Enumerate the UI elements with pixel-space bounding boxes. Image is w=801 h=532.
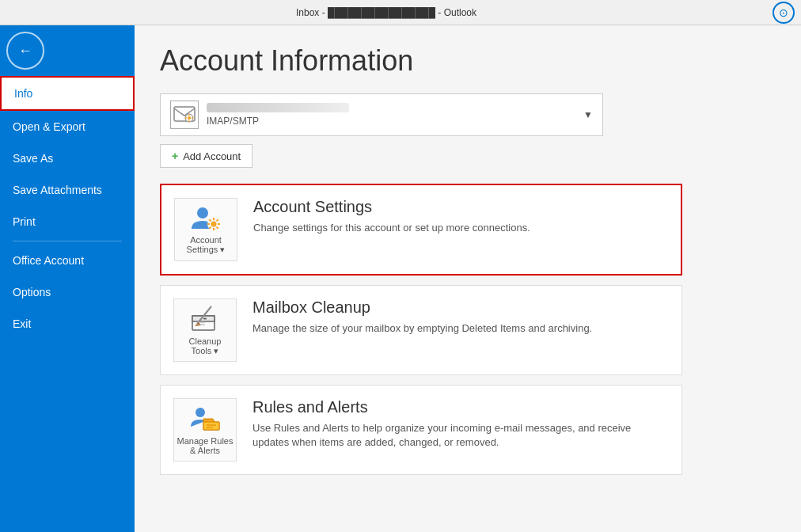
account-icon (170, 101, 199, 129)
app-body: ← Info Open & Export Save As Save Attach… (0, 25, 801, 532)
mailbox-cleanup-desc: Manage the size of your mailbox by empty… (252, 321, 669, 336)
sidebar-item-office-account[interactable]: Office Account (0, 245, 135, 276)
account-email-redacted (207, 103, 349, 112)
sidebar-item-options[interactable]: Options (0, 276, 135, 308)
cleanup-tools-icon (189, 305, 221, 333)
svg-point-25 (196, 408, 205, 417)
account-settings-text: Account Settings Change settings for thi… (253, 198, 668, 235)
sidebar-item-info[interactable]: Info (0, 76, 135, 111)
svg-point-9 (211, 221, 217, 226)
add-account-label: Add Account (183, 150, 241, 162)
account-info: IMAP/SMTP (207, 103, 583, 127)
rules-alerts-icon (189, 405, 221, 433)
title-bar: Inbox - ████████████████ - Outlook ⊙ (0, 0, 801, 25)
svg-rect-26 (203, 422, 219, 430)
cleanup-tools-button[interactable]: CleanupTools ▾ (173, 298, 237, 362)
sidebar: ← Info Open & Export Save As Save Attach… (0, 25, 135, 532)
cleanup-tools-icon-label: CleanupTools ▾ (189, 336, 222, 356)
sidebar-item-save-as[interactable]: Save As (0, 142, 135, 174)
account-dropdown-arrow[interactable]: ▼ (583, 109, 593, 120)
sidebar-divider (13, 241, 122, 241)
back-button[interactable]: ← (6, 32, 44, 70)
sidebar-item-save-attachments[interactable]: Save Attachments (0, 174, 135, 206)
account-settings-icon-label: AccountSettings ▾ (187, 235, 226, 255)
account-selector[interactable]: IMAP/SMTP ▼ (160, 93, 603, 136)
page-title: Account Information (160, 44, 776, 78)
mailbox-cleanup-text: Mailbox Cleanup Manage the size of your … (252, 298, 669, 336)
plus-icon: + (172, 150, 178, 162)
rules-alerts-text: Rules and Alerts Use Rules and Alerts to… (252, 398, 669, 450)
rules-alerts-title: Rules and Alerts (252, 398, 669, 416)
account-settings-button[interactable]: AccountSettings ▾ (174, 198, 237, 261)
manage-rules-alerts-button[interactable]: Manage Rules& Alerts (173, 398, 237, 462)
rules-alerts-icon-label: Manage Rules& Alerts (177, 436, 233, 455)
account-settings-icon (190, 205, 222, 232)
svg-point-7 (197, 207, 208, 218)
rules-alerts-card: Manage Rules& Alerts Rules and Alerts Us… (160, 385, 682, 475)
account-settings-desc: Change settings for this account or set … (253, 221, 668, 235)
account-settings-title: Account Settings (253, 198, 668, 216)
sidebar-item-open-export[interactable]: Open & Export (0, 111, 135, 142)
rules-alerts-desc: Use Rules and Alerts to help organize yo… (252, 421, 669, 450)
email-icon (173, 106, 196, 124)
mailbox-cleanup-card: CleanupTools ▾ Mailbox Cleanup Manage th… (160, 285, 682, 375)
svg-point-2 (188, 116, 191, 120)
sidebar-item-exit[interactable]: Exit (0, 308, 135, 340)
title-bar-text: Inbox - ████████████████ - Outlook (6, 7, 766, 18)
account-type: IMAP/SMTP (207, 116, 583, 127)
mailbox-cleanup-title: Mailbox Cleanup (252, 298, 669, 317)
account-settings-card: AccountSettings ▾ Account Settings Chang… (160, 184, 682, 276)
sidebar-item-print[interactable]: Print (0, 206, 135, 238)
main-content: Account Information (135, 25, 801, 532)
add-account-button[interactable]: + Add Account (160, 144, 252, 168)
face-scan-icon[interactable]: ⊙ (773, 2, 795, 24)
